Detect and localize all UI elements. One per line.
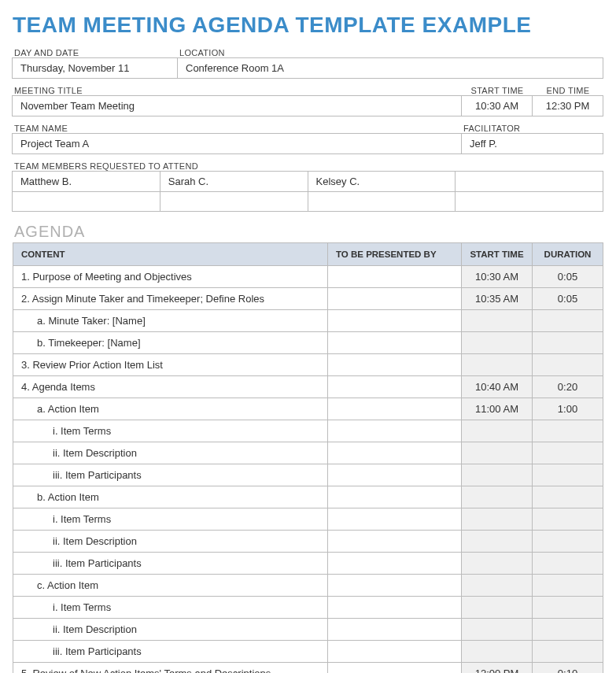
member-cell: [12, 191, 160, 212]
agenda-table: CONTENT TO BE PRESENTED BY START TIME DU…: [13, 242, 603, 673]
member-cell: [308, 191, 456, 212]
value-start-time: 10:30 AM: [461, 95, 533, 116]
label-members: TEAM MEMBERS REQUESTED TO ATTEND: [13, 159, 603, 172]
agenda-start-time: [462, 332, 533, 354]
label-day-date: DAY AND DATE: [13, 46, 178, 58]
agenda-content: b. Action Item: [13, 486, 328, 508]
agenda-content: 2. Assign Minute Taker and Timekeeper; D…: [13, 288, 328, 310]
agenda-start-time: [462, 641, 533, 663]
agenda-content: iii. Item Participants: [13, 464, 328, 486]
agenda-start-time: [462, 619, 533, 641]
agenda-duration: [533, 420, 603, 442]
agenda-row: iii. Item Participants: [13, 464, 603, 486]
agenda-presenter: [328, 354, 462, 376]
agenda-presenter: [328, 420, 462, 442]
label-meeting-title: MEETING TITLE: [13, 83, 462, 96]
agenda-row: 4. Agenda Items10:40 AM0:20: [13, 376, 603, 398]
member-cell: [455, 191, 603, 212]
agenda-duration: 1:00: [533, 398, 603, 420]
document-title: TEAM MEETING AGENDA TEMPLATE EXAMPLE: [13, 13, 603, 38]
agenda-row: 5. Review of New Action Items' Terms and…: [13, 663, 603, 674]
agenda-duration: [533, 641, 603, 663]
agenda-presenter: [328, 486, 462, 508]
agenda-presenter: [328, 310, 462, 332]
section-meeting-title: MEETING TITLE START TIME END TIME Novemb…: [13, 83, 603, 116]
agenda-start-time: [462, 508, 533, 531]
agenda-start-time: [462, 597, 533, 619]
agenda-presenter: [328, 663, 462, 674]
agenda-start-time: [462, 442, 533, 464]
agenda-duration: [533, 531, 603, 553]
agenda-row: 2. Assign Minute Taker and Timekeeper; D…: [13, 288, 603, 310]
agenda-content: i. Item Terms: [13, 420, 328, 442]
agenda-presenter: [328, 442, 462, 464]
agenda-content: ii. Item Description: [13, 531, 328, 553]
agenda-row: b. Action Item: [13, 486, 603, 508]
agenda-content: ii. Item Description: [13, 442, 328, 464]
agenda-duration: [533, 619, 603, 641]
agenda-row: 3. Review Prior Action Item List: [13, 354, 603, 376]
label-location: LOCATION: [178, 46, 603, 58]
agenda-content: b. Timekeeper: [Name]: [13, 332, 328, 354]
agenda-col-content: CONTENT: [13, 243, 328, 266]
agenda-col-duration: DURATION: [533, 243, 603, 266]
agenda-content: c. Action Item: [13, 575, 328, 597]
agenda-row: a. Action Item11:00 AM1:00: [13, 398, 603, 420]
member-cell: [455, 171, 603, 192]
agenda-col-presenter: TO BE PRESENTED BY: [328, 243, 462, 266]
member-cell: [160, 191, 308, 212]
agenda-presenter: [328, 619, 462, 641]
agenda-start-time: [462, 464, 533, 486]
agenda-duration: 0:20: [533, 376, 603, 398]
agenda-start-time: [462, 420, 533, 442]
agenda-presenter: [328, 398, 462, 420]
member-cell: Matthew B.: [12, 171, 160, 192]
agenda-duration: 0:05: [533, 288, 603, 310]
agenda-content: i. Item Terms: [13, 597, 328, 619]
value-end-time: 12:30 PM: [532, 95, 603, 116]
agenda-row: 1. Purpose of Meeting and Objectives10:3…: [13, 266, 603, 288]
value-team-name: Project Team A: [12, 133, 462, 154]
agenda-start-time: [462, 486, 533, 508]
agenda-duration: 0:10: [533, 663, 603, 674]
agenda-row: i. Item Terms: [13, 420, 603, 442]
agenda-row: iii. Item Participants: [13, 553, 603, 575]
agenda-row: c. Action Item: [13, 575, 603, 597]
agenda-row: b. Timekeeper: [Name]: [13, 332, 603, 354]
agenda-duration: [533, 575, 603, 597]
agenda-duration: 0:05: [533, 266, 603, 288]
agenda-presenter: [328, 531, 462, 553]
agenda-start-time: 12:00 PM: [462, 663, 533, 674]
agenda-row: ii. Item Description: [13, 442, 603, 464]
agenda-content: 3. Review Prior Action Item List: [13, 354, 328, 376]
agenda-duration: [533, 310, 603, 332]
agenda-content: a. Minute Taker: [Name]: [13, 310, 328, 332]
agenda-start-time: 11:00 AM: [462, 398, 533, 420]
agenda-content: a. Action Item: [13, 398, 328, 420]
agenda-duration: [533, 332, 603, 354]
agenda-start-time: [462, 310, 533, 332]
agenda-presenter: [328, 508, 462, 531]
agenda-content: ii. Item Description: [13, 619, 328, 641]
value-meeting-title: November Team Meeting: [12, 95, 462, 116]
value-location: Conference Room 1A: [177, 57, 603, 79]
agenda-start-time: [462, 575, 533, 597]
agenda-presenter: [328, 376, 462, 398]
section-date-location: DAY AND DATE LOCATION Thursday, November…: [13, 46, 603, 79]
member-cell: Sarah C.: [160, 171, 308, 192]
agenda-content: 5. Review of New Action Items' Terms and…: [13, 663, 328, 674]
agenda-presenter: [328, 597, 462, 619]
member-cell: Kelsey C.: [308, 171, 456, 192]
agenda-presenter: [328, 266, 462, 288]
agenda-start-time: 10:35 AM: [462, 288, 533, 310]
agenda-duration: [533, 553, 603, 575]
agenda-row: ii. Item Description: [13, 619, 603, 641]
label-facilitator: FACILITATOR: [462, 121, 603, 134]
agenda-duration: [533, 464, 603, 486]
agenda-row: a. Minute Taker: [Name]: [13, 310, 603, 332]
agenda-presenter: [328, 288, 462, 310]
label-start-time: START TIME: [462, 83, 533, 96]
agenda-content: iii. Item Participants: [13, 641, 328, 663]
value-day-date: Thursday, November 11: [12, 57, 178, 79]
agenda-start-time: [462, 531, 533, 553]
